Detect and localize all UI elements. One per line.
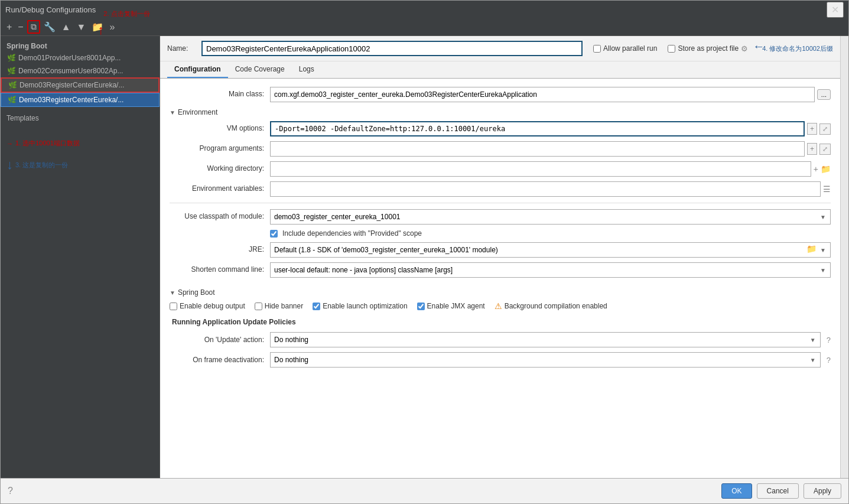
program-args-row: Program arguments: + ⤢ [170,139,831,159]
annotation-rename: 4. 修改命名为10002后缀 [762,45,833,52]
ok-button[interactable]: OK [721,483,752,499]
move-up-button[interactable]: ▲ [59,21,73,34]
main-area: Spring Boot 🌿 Demo01ProviderUser8001App.… [1,36,848,478]
on-frame-help-icon[interactable]: ? [827,356,831,365]
main-class-field: ... [270,87,831,102]
name-label: Name: [167,44,197,53]
shorten-cmd-label: Shorten command line: [170,262,264,274]
on-frame-label: On frame deactivation: [170,356,264,364]
vm-options-row: VM options: + ⤢ [170,119,831,139]
enable-launch-option: Enable launch optimization [313,302,407,310]
classpath-select[interactable]: demo03_register_center_eureka_10001 [270,209,831,225]
cancel-button[interactable]: Cancel [757,483,799,499]
shorten-cmd-row: Shorten command line: user-local default… [170,260,831,280]
arrow-copy-icon: ↓ [6,157,13,173]
sidebar-section-springboot: Spring Boot [1,38,160,51]
copy-config-button[interactable]: ⧉ [27,20,40,34]
shorten-cmd-select[interactable]: user-local default: none - java [options… [270,262,831,278]
on-update-help-icon[interactable]: ? [827,336,831,344]
config-content: Main class: ... ▼ Environment VM options… [160,79,840,478]
program-args-input[interactable] [270,141,805,157]
sidebar-item-demo01[interactable]: 🌿 Demo01ProviderUser8001App... [1,51,160,64]
apply-button[interactable]: Apply [804,483,841,499]
vm-options-label: VM options: [170,121,264,132]
include-deps-checkbox[interactable] [270,230,278,238]
sidebar-item-demo02[interactable]: 🌿 Demo02ConsumerUser8002Ap... [1,64,160,77]
running-app-title: Running Application Update Policies [170,318,831,326]
working-dir-input[interactable] [270,161,811,177]
on-update-field: Do nothing [270,332,821,347]
sidebar-item-demo03-10002-label: Demo03RegisterCenterEureka/... [19,96,123,104]
enable-launch-label: Enable launch optimization [323,302,407,310]
parallel-run-checkbox[interactable] [593,45,601,53]
program-args-fullscreen-button[interactable]: ⤢ [819,144,831,155]
jre-label: JRE: [170,242,264,253]
running-app-section: Running Application Update Policies On '… [170,318,831,370]
env-vars-row: Environment variables: ☰ [170,179,831,199]
env-vars-input[interactable] [270,181,821,197]
tab-code-coverage[interactable]: Code Coverage [228,61,292,78]
store-project-checkbox[interactable] [668,45,675,53]
bottom-bar: ? OK Cancel Apply [1,478,848,503]
program-args-field: + ⤢ [270,141,831,157]
sidebar-item-demo03-10001-label: Demo03RegisterCenterEureka/... [19,81,124,89]
working-dir-label: Working directory: [170,161,264,173]
sidebar: Spring Boot 🌿 Demo01ProviderUser8001App.… [1,36,160,478]
store-project-gear-icon[interactable]: ⚙ [741,44,748,53]
toolbar: + − ⧉ 🔧 ▲ ▼ 📁 » ↑ 2. 点击复制一份 [1,18,848,36]
parallel-run-option: Allow parallel run [593,44,657,53]
tab-logs[interactable]: Logs [292,61,321,78]
content-area: Name: // Will populate via JS after DOM … [160,36,840,478]
add-config-button[interactable]: + [4,21,14,34]
hide-banner-label: Hide banner [265,302,303,310]
environment-section-header[interactable]: ▼ Environment [170,105,831,119]
enable-launch-checkbox[interactable] [313,303,320,310]
sidebar-item-demo02-label: Demo02ConsumerUser8002Ap... [18,67,123,75]
sidebar-item-demo03-10001[interactable]: 🌿 Demo03RegisterCenterEureka/... [1,77,160,93]
env-vars-browse-button[interactable]: ☰ [823,184,831,194]
enable-debug-checkbox[interactable] [170,303,177,310]
working-dir-browse-button[interactable]: 📁 [821,164,831,174]
enable-jmx-checkbox[interactable] [417,303,425,310]
bg-compilation-option: ⚠ Background compilation enabled [495,301,607,311]
env-vars-label: Environment variables: [170,181,264,193]
program-args-expand-button[interactable]: + [807,143,817,155]
name-input[interactable] [201,41,583,56]
main-class-label: Main class: [170,87,264,98]
main-class-browse-button[interactable]: ... [817,89,831,100]
working-dir-field: + 📁 [270,161,831,177]
tabs-bar: Configuration Code Coverage Logs [160,61,840,79]
sidebar-item-demo03-10002[interactable]: 🌿 Demo03RegisterCenterEureka/... [1,93,160,107]
help-icon[interactable]: ? [8,486,13,496]
working-dir-row: Working directory: + 📁 [170,159,831,179]
on-update-select[interactable]: Do nothing [270,332,821,347]
hide-banner-option: Hide banner [255,302,303,310]
enable-debug-option: Enable debug output [170,302,245,310]
working-dir-add-button[interactable]: + [814,164,818,174]
sidebar-templates-label: Templates [1,112,160,125]
program-args-label: Program arguments: [170,141,264,152]
vm-options-expand-button[interactable]: + [807,123,817,135]
remove-config-button[interactable]: − [15,21,25,34]
jre-row: JRE: Default (1.8 - SDK of 'demo03_regis… [170,240,831,260]
hide-banner-checkbox[interactable] [255,303,262,310]
spring-boot-section-header[interactable]: ▼ Spring Boot [170,285,831,299]
on-frame-field: Do nothing [270,352,821,368]
move-down-button[interactable]: ▼ [74,21,89,34]
environment-section-label: Environment [178,108,217,116]
tab-configuration[interactable]: Configuration [167,61,228,78]
scrollbar[interactable] [840,36,848,478]
main-class-input[interactable] [270,87,815,102]
vm-options-input[interactable] [270,121,805,136]
jre-select[interactable]: Default (1.8 - SDK of 'demo03_register_c… [270,242,831,258]
shorten-cmd-field: user-local default: none - java [options… [270,262,831,278]
jre-browse-button[interactable]: 📁 [806,244,817,253]
more-button[interactable]: » [107,21,117,34]
annotation-copy: 2. 点击复制一份 [103,9,149,18]
on-frame-select[interactable]: Do nothing [270,352,821,368]
include-deps-label: Include dependencies with "Provided" sco… [282,229,422,238]
close-button[interactable]: ✕ [827,2,844,18]
wrench-button[interactable]: 🔧 [41,20,58,34]
vm-options-fullscreen-button[interactable]: ⤢ [819,123,831,135]
classpath-row: Use classpath of module: demo03_register… [170,207,831,227]
